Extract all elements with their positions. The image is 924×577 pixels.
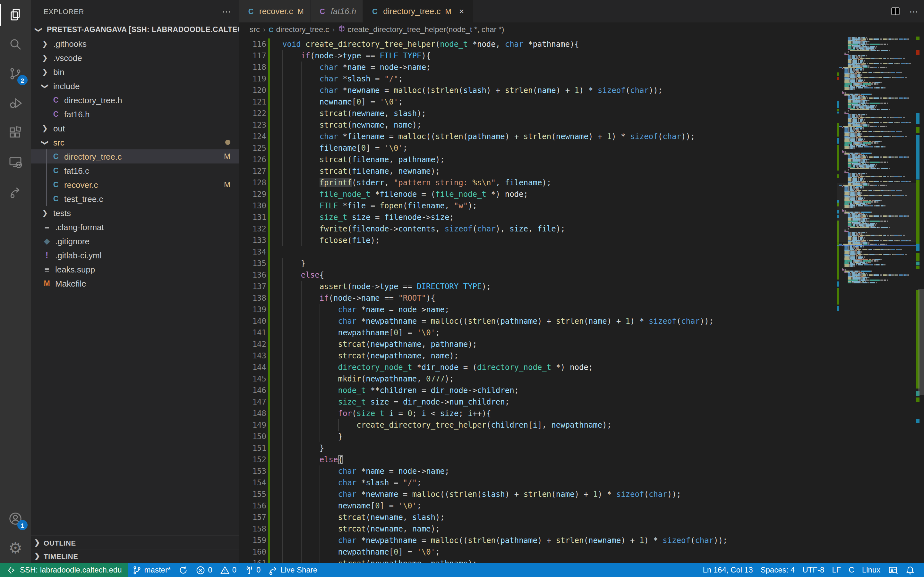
code-line[interactable]: 124 char *filename = malloc((strlen(path… bbox=[239, 131, 837, 142]
code-line[interactable]: 159 char *newpathname = malloc((strlen(p… bbox=[239, 535, 837, 546]
statusbar-lf[interactable]: LF bbox=[828, 563, 845, 577]
code-line[interactable]: 147 size_t size = dir_node->num_children… bbox=[239, 396, 837, 408]
code-line[interactable]: 122 strcat(newname, slash); bbox=[239, 108, 837, 119]
code-line[interactable]: 125 filename[0] = '\0'; bbox=[239, 142, 837, 154]
split-editor-icon[interactable] bbox=[889, 5, 901, 17]
activitybar-extensions-icon[interactable] bbox=[0, 118, 31, 147]
code-line[interactable]: 137 assert(node->type == DIRECTORY_TYPE)… bbox=[239, 281, 837, 292]
statusbar-bell[interactable] bbox=[901, 563, 919, 577]
statusbar-live-share[interactable]: Live Share bbox=[264, 563, 321, 577]
remote-indicator[interactable]: SSH: labradoodle.caltech.edu bbox=[0, 563, 128, 577]
code-line[interactable]: 145 mkdir(newpathname, 0777); bbox=[239, 373, 837, 385]
statusbar-spaces-4[interactable]: Spaces: 4 bbox=[757, 563, 799, 577]
code-line[interactable]: 161 strcat(newpathname, pathname); bbox=[239, 558, 837, 563]
code-line[interactable]: 128 fprintf(stderr, "pattern string: %s\… bbox=[239, 177, 837, 189]
code-line[interactable]: 150 } bbox=[239, 431, 837, 442]
code-line[interactable]: 138 if(node->name == "ROOT"){ bbox=[239, 292, 837, 304]
code-line[interactable]: 120 char *newname = malloc((strlen(slash… bbox=[239, 85, 837, 96]
activitybar-run-debug-icon[interactable] bbox=[0, 89, 31, 118]
activitybar-settings-icon[interactable]: ⚙ bbox=[0, 533, 31, 563]
tab-recover.c[interactable]: Crecover.cM bbox=[239, 0, 310, 23]
activitybar-explorer-icon[interactable] bbox=[0, 0, 31, 29]
tree-item-src[interactable]: ❯src bbox=[31, 135, 239, 149]
tree-item-.gitlab-ci.yml[interactable]: !.gitlab-ci.yml bbox=[31, 248, 239, 262]
statusbar-0[interactable]: 0 bbox=[216, 563, 240, 577]
activitybar-accounts-icon[interactable]: 1 bbox=[0, 504, 31, 533]
statusbar-c[interactable]: C bbox=[845, 563, 858, 577]
panel-outline[interactable]: ❯OUTLINE bbox=[31, 535, 239, 550]
code-line[interactable]: 156 newname[0] = '\0'; bbox=[239, 500, 837, 512]
activitybar-remote-explorer-icon[interactable] bbox=[0, 147, 31, 177]
tree-item-fat16.h[interactable]: Cfat16.h bbox=[31, 107, 239, 121]
tree-item-fat16.c[interactable]: Cfat16.c bbox=[31, 163, 239, 177]
breadcrumb-item[interactable]: create_directory_tree_helper(node_t *, c… bbox=[338, 25, 504, 34]
code-line[interactable]: 142 strcat(newpathname, pathname); bbox=[239, 338, 837, 350]
code-line[interactable]: 152 else{ bbox=[239, 454, 837, 466]
code-line[interactable]: 148 for(size_t i = 0; i < size; i++){ bbox=[239, 408, 837, 419]
code-line[interactable]: 130 FILE *file = fopen(filename, "w"); bbox=[239, 200, 837, 211]
panel-timeline[interactable]: ❯TIMELINE bbox=[31, 549, 239, 563]
tree-item-test_tree.c[interactable]: Ctest_tree.c bbox=[31, 192, 239, 206]
scrollbar-thumb[interactable] bbox=[918, 289, 924, 395]
code-line[interactable]: 126 strcat(filename, pathname); bbox=[239, 154, 837, 165]
tree-item-leaks.supp[interactable]: ≡leaks.supp bbox=[31, 262, 239, 276]
breadcrumb-item[interactable]: Cdirectory_tree.c bbox=[268, 25, 329, 34]
activitybar-live-share-icon[interactable] bbox=[0, 177, 31, 206]
tree-item-.gitignore[interactable]: ◆.gitignore bbox=[31, 234, 239, 248]
activitybar-search-icon[interactable] bbox=[0, 29, 31, 59]
overview-ruler[interactable] bbox=[916, 37, 924, 563]
tree-item-.vscode[interactable]: ❯.vscode bbox=[31, 51, 239, 65]
tree-item-bin[interactable]: ❯bin bbox=[31, 65, 239, 79]
tab-directory_tree.c[interactable]: Cdirectory_tree.cM× bbox=[363, 0, 473, 23]
code-line[interactable]: 141 newpathname[0] = '\0'; bbox=[239, 327, 837, 338]
code-line[interactable]: 135 } bbox=[239, 258, 837, 269]
code-line[interactable]: 146 node_t **children = dir_node->childr… bbox=[239, 385, 837, 396]
tab-fat16.h[interactable]: Cfat16.h bbox=[311, 0, 363, 23]
statusbar-master-[interactable]: master* bbox=[128, 563, 175, 577]
code-line[interactable]: 136 else{ bbox=[239, 269, 837, 281]
code-line[interactable]: 154 char *slash = "/"; bbox=[239, 477, 837, 488]
code-line[interactable]: 149 create_directory_tree_helper(childre… bbox=[239, 419, 837, 431]
statusbar-utf-8[interactable]: UTF-8 bbox=[798, 563, 828, 577]
activitybar-source-control-icon[interactable]: 2 bbox=[0, 59, 31, 89]
tree-item-tests[interactable]: ❯tests bbox=[31, 206, 239, 220]
code-editor[interactable]: 116void create_directory_tree_helper(nod… bbox=[239, 37, 837, 563]
close-icon[interactable]: × bbox=[457, 6, 467, 16]
editor-more-icon[interactable]: ⋯ bbox=[909, 6, 919, 16]
tree-item-Makefile[interactable]: MMakefile bbox=[31, 276, 239, 290]
code-line[interactable]: 151 } bbox=[239, 442, 837, 454]
code-line[interactable]: 131 size_t size = filenode->size; bbox=[239, 211, 837, 223]
tree-item-out[interactable]: ❯out bbox=[31, 121, 239, 135]
code-line[interactable]: 118 char *name = node->name; bbox=[239, 61, 837, 73]
code-line[interactable]: 140 char *newpathname = malloc((strlen(p… bbox=[239, 316, 837, 327]
code-line[interactable]: 134 bbox=[239, 246, 837, 258]
tree-item-.githooks[interactable]: ❯.githooks bbox=[31, 37, 239, 51]
tree-item-recover.c[interactable]: Crecover.cM bbox=[31, 177, 239, 192]
statusbar-feedback[interactable] bbox=[884, 563, 901, 577]
statusbar-ln-164-col-13[interactable]: Ln 164, Col 13 bbox=[699, 563, 756, 577]
code-line[interactable]: 127 strcat(filename, newname); bbox=[239, 165, 837, 177]
statusbar-0[interactable]: 0 bbox=[192, 563, 216, 577]
minimap[interactable] bbox=[837, 37, 916, 563]
code-line[interactable]: 157 strcat(newname, slash); bbox=[239, 512, 837, 523]
tree-item-.clang-format[interactable]: ≡.clang-format bbox=[31, 220, 239, 234]
code-line[interactable]: 139 char *name = node->name; bbox=[239, 304, 837, 316]
code-line[interactable]: 158 strcat(newname, name); bbox=[239, 523, 837, 535]
code-line[interactable]: 117 if(node->type == FILE_TYPE){ bbox=[239, 50, 837, 61]
statusbar-sync[interactable] bbox=[174, 563, 192, 577]
code-line[interactable]: 153 char *name = node->name; bbox=[239, 466, 837, 477]
tree-item-directory_tree.h[interactable]: Cdirectory_tree.h bbox=[31, 93, 239, 107]
breadcrumb-item[interactable]: src bbox=[250, 25, 260, 34]
code-line[interactable]: 160 newpathname[0] = '\0'; bbox=[239, 546, 837, 558]
statusbar-linux[interactable]: Linux bbox=[858, 563, 884, 577]
code-line[interactable]: 133 fclose(file); bbox=[239, 235, 837, 246]
tree-root-folder[interactable]: ❯PRETEST-AGANGAVA [SSH: LABRADOODLE.CALT… bbox=[31, 23, 239, 37]
code-line[interactable]: 123 strcat(newname, name); bbox=[239, 119, 837, 131]
tree-item-include[interactable]: ❯include bbox=[31, 79, 239, 93]
code-line[interactable]: 119 char *slash = "/"; bbox=[239, 73, 837, 85]
code-line[interactable]: 116void create_directory_tree_helper(nod… bbox=[239, 39, 837, 50]
code-line[interactable]: 155 char *newname = malloc((strlen(slash… bbox=[239, 488, 837, 500]
minimap-slider[interactable] bbox=[837, 183, 916, 242]
code-line[interactable]: 121 newname[0] = '\0'; bbox=[239, 96, 837, 108]
tree-item-directory_tree.c[interactable]: Cdirectory_tree.cM bbox=[31, 149, 239, 163]
